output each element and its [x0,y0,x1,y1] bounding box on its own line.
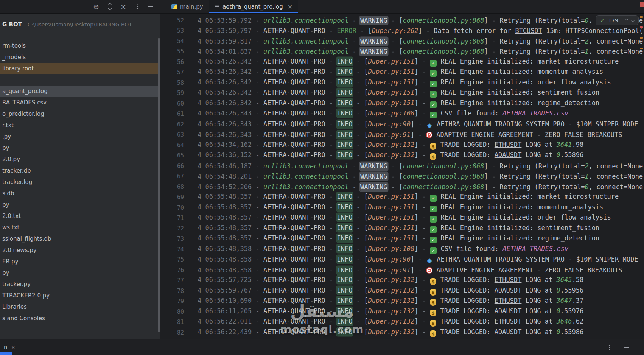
tab-main-py[interactable]: main.py [166,0,209,13]
source-link[interactable]: Duper.py:151 [368,58,414,65]
source-link[interactable]: Duper.py:90 [368,255,411,263]
tree-item[interactable]: library root [0,63,160,74]
log-row[interactable]: 654 06:54:36,152 - AETHRA-QUANT-PRO - IN… [160,151,644,161]
log-row[interactable]: 684 06:54:52,206 - urllib3.connectionpoo… [160,182,644,192]
tree-item[interactable]: 2.0.py [0,154,160,165]
tree-item[interactable]: 2.0 news.py [0,244,160,256]
tree-item[interactable]: tracker.log [0,176,160,188]
log-row[interactable]: 804 06:56:11,205 - AETHRA-QUANT-PRO - IN… [160,307,644,317]
symbol-link[interactable]: ADAUSDT [495,307,522,315]
source-link[interactable]: connectionpool.py:868 [403,162,484,170]
source-link[interactable]: Duper.py:108 [368,109,414,117]
inspection-widget[interactable]: ✓ 179 [596,15,639,25]
source-link[interactable]: Duper.py:151 [368,213,414,221]
logger-name[interactable]: urllib3.connectionpool [263,37,348,45]
log-row[interactable]: 564 06:54:26,342 - AETHRA-QUANT-PRO - IN… [160,57,644,67]
log-row[interactable]: 764 06:55:48,358 - AETHRA-QUANT-PRO - IN… [160,265,644,276]
notification-icon[interactable] [640,2,644,7]
log-row[interactable]: 754 06:55:48,358 - AETHRA-QUANT-PRO - IN… [160,255,644,265]
collapse-all-icon[interactable]: × [120,3,127,11]
log-row[interactable]: 664 06:54:46,187 - urllib3.connectionpoo… [160,161,644,171]
log-row[interactable]: 704 06:55:48,357 - AETHRA-QUANT-PRO - IN… [160,202,644,213]
source-link[interactable]: Duper.py:151 [368,234,414,242]
log-row[interactable]: 614 06:54:26,343 - AETHRA-QUANT-PRO - IN… [160,109,644,120]
tree-item[interactable]: tracker.db [0,165,160,176]
tool-window-tab[interactable]: n × [0,344,16,351]
source-link[interactable]: connectionpool.py:868 [403,183,484,191]
panel-options-icon[interactable] [133,3,141,11]
source-link[interactable]: Duper.py:132 [368,318,414,325]
tree-item[interactable]: TTRACKER2.0.py [0,290,160,301]
source-link[interactable]: Duper.py:132 [368,141,414,148]
tree-item[interactable]: r.txt [0,120,160,131]
log-row[interactable]: 734 06:55:48,357 - AETHRA-QUANT-PRO - IN… [160,234,644,244]
log-row[interactable]: 634 06:54:26,343 - AETHRA-QUANT-PRO - IN… [160,130,644,140]
tree-item[interactable]: py [0,142,160,154]
log-row[interactable]: 774 06:55:57,725 - AETHRA-QUANT-PRO - IN… [160,276,644,286]
source-link[interactable]: Duper.py:151 [368,193,414,200]
log-row[interactable]: 534 06:53:59,797 - AETHRA-QUANT-PRO - ER… [160,26,644,36]
source-link[interactable]: Duper.py:90 [368,120,411,128]
tree-item[interactable]: py [0,199,160,210]
symbol-link[interactable]: ADAUSDT [495,328,522,336]
symbol-link[interactable]: ADAUSDT [495,286,522,294]
logger-name[interactable]: urllib3.connectionpool [263,48,348,55]
tree-item[interactable]: ER.py [0,256,160,267]
tree-item[interactable]: s and Consoles [0,313,160,324]
tree-item[interactable]: .py [0,131,160,142]
log-row[interactable]: 674 06:54:48,201 - urllib3.connectionpoo… [160,171,644,182]
expand-collapse-icon[interactable] [106,3,114,11]
source-link[interactable]: Duper.py:132 [368,276,414,283]
tree-item[interactable]: a_quant_pro.log [0,86,160,97]
bottom-options-icon[interactable] [605,344,613,351]
tree-item[interactable]: s.db [0,188,160,199]
log-row[interactable]: 554 06:54:01,837 - urllib3.connectionpoo… [160,47,644,57]
tree-item[interactable]: ws.txt [0,222,160,233]
stripe-mark-icon[interactable] [640,48,643,49]
source-link[interactable]: Duper.py:151 [368,89,414,96]
symbol-link[interactable]: ETHUSDT [495,276,522,283]
logger-name[interactable]: urllib3.connectionpool [263,17,348,24]
tree-item[interactable]: py [0,267,160,279]
source-link[interactable]: Duper.py:132 [368,328,414,336]
log-row[interactable]: 724 06:55:48,357 - AETHRA-QUANT-PRO - IN… [160,223,644,234]
editor[interactable]: 524 06:53:59,792 - urllib3.connectionpoo… [160,14,644,339]
source-link[interactable]: Duper.py:91 [368,266,411,274]
logger-name[interactable]: urllib3.connectionpool [263,162,348,170]
source-link[interactable]: Duper.py:132 [368,286,414,294]
log-row[interactable]: 824 06:56:22,439 - AETHRA-QUANT-PRO - IN… [160,327,644,338]
log-row[interactable]: 814 06:56:22,011 - AETHRA-QUANT-PRO - IN… [160,317,644,328]
close-tab-icon[interactable]: × [288,3,292,10]
log-row[interactable]: 744 06:55:48,358 - AETHRA-QUANT-PRO - IN… [160,244,644,255]
prev-highlight-icon[interactable] [625,19,629,22]
tree-item[interactable]: Libraries [0,301,160,313]
symbol-link[interactable]: BTCUSDT [515,27,542,34]
log-row[interactable]: 574 06:54:26,342 - AETHRA-QUANT-PRO - IN… [160,67,644,78]
tree-item[interactable]: o_predictor.log [0,108,160,120]
symbol-link[interactable]: ETHUSDT [495,297,522,304]
symbol-link[interactable]: ETHUSDT [495,318,522,325]
log-row[interactable]: 714 06:55:48,357 - AETHRA-QUANT-PRO - IN… [160,213,644,224]
source-link[interactable]: Duper.py:91 [368,131,411,139]
tree-item[interactable]: tracker.py [0,279,160,290]
logger-name[interactable]: urllib3.connectionpool [263,183,348,191]
log-row[interactable]: 604 06:54:26,342 - AETHRA-QUANT-PRO - IN… [160,98,644,109]
source-link[interactable]: Duper.py:262 [372,27,418,34]
log-row[interactable]: 544 06:53:59,817 - urllib3.connectionpoo… [160,36,644,47]
hide-panel-icon[interactable] [147,3,154,11]
log-row[interactable]: 794 06:56:10,690 - AETHRA-QUANT-PRO - IN… [160,296,644,307]
log-row[interactable]: 784 06:55:59,767 - AETHRA-QUANT-PRO - IN… [160,286,644,296]
tree-item[interactable]: rm-tools [0,40,160,51]
project-scrollbar[interactable] [158,38,160,332]
log-row[interactable]: 624 06:54:26,343 - AETHRA-QUANT-PRO - IN… [160,119,644,130]
source-link[interactable]: connectionpool.py:868 [403,173,484,180]
tab-aethra-log[interactable]: ≡ aethra_quant_pro.log × [209,0,299,13]
source-link[interactable]: Duper.py:132 [368,297,414,304]
log-row[interactable]: 694 06:55:48,357 - AETHRA-QUANT-PRO - IN… [160,192,644,203]
stripe-mark-icon[interactable] [640,16,643,18]
close-tool-tab-icon[interactable]: × [11,344,16,351]
source-link[interactable]: Duper.py:132 [368,307,414,315]
source-link[interactable]: Duper.py:151 [368,224,414,232]
tree-item[interactable]: ssional_flights.db [0,233,160,244]
source-link[interactable]: Duper.py:151 [368,68,414,75]
